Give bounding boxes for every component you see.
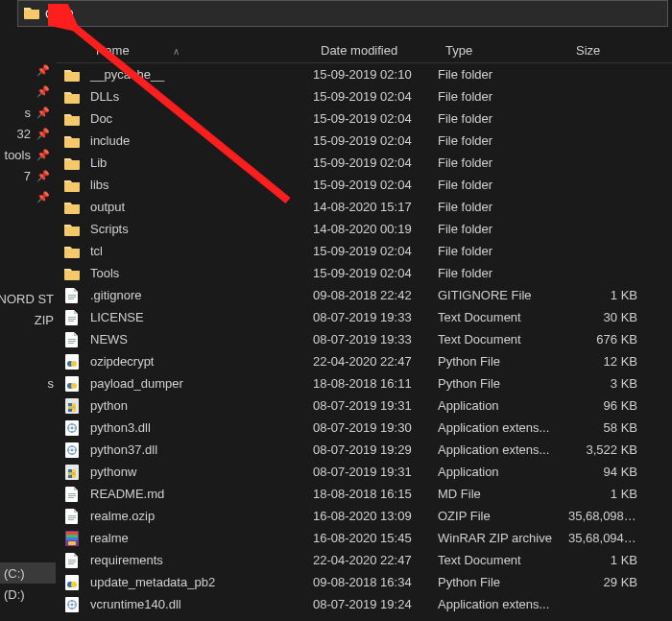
table-row[interactable]: LICENSE08-07-2019 19:33Text Document30 K… [56, 306, 672, 328]
file-name: realme.ozip [88, 509, 313, 523]
svg-rect-24 [68, 495, 76, 496]
file-date: 22-04-2020 22:47 [313, 354, 438, 369]
nav-item[interactable] [0, 478, 56, 499]
quick-access-item[interactable]: 📌 [0, 81, 56, 102]
file-type: GITIGNORE File [438, 288, 568, 302]
quick-access-item[interactable]: 📌 [0, 60, 56, 81]
nav-item[interactable] [0, 415, 56, 436]
file-date: 08-07-2019 19:31 [313, 398, 438, 413]
table-row[interactable]: libs15-09-2019 02:04File folder [56, 174, 672, 196]
nav-item[interactable]: ZIP [0, 309, 56, 330]
file-type: File folder [438, 200, 568, 214]
file-type: Text Document [438, 310, 568, 324]
column-header-type[interactable]: Type [438, 43, 568, 58]
svg-point-21 [71, 448, 74, 451]
nav-item[interactable]: NORD ST [0, 288, 56, 309]
address-input[interactable] [45, 7, 667, 21]
table-row[interactable]: README.md18-08-2018 16:15MD File1 KB [56, 483, 672, 505]
column-header-date[interactable]: Date modified [313, 43, 438, 58]
file-size: 3,522 KB [568, 442, 647, 457]
file-date: 08-07-2019 19:31 [313, 465, 438, 479]
file-name: realme [88, 531, 313, 545]
nav-drive[interactable]: (C:) [0, 562, 56, 584]
quick-access-item[interactable]: 📌 [0, 186, 56, 207]
file-date: 16-08-2020 13:09 [313, 509, 438, 523]
table-row[interactable]: DLLs15-09-2019 02:04File folder [56, 85, 672, 107]
table-row[interactable]: realme16-08-2020 15:45WinRAR ZIP archive… [56, 527, 672, 549]
file-size: 30 KB [568, 310, 647, 324]
file-type: Application extens... [438, 420, 568, 435]
table-row[interactable]: vcruntime140.dll08-07-2019 19:24Applicat… [56, 593, 672, 615]
table-row[interactable]: output14-08-2020 15:17File folder [56, 196, 672, 218]
file-name: NEWS [88, 332, 313, 346]
nav-item[interactable]: s [0, 372, 56, 394]
file-name: output [88, 200, 313, 214]
file-name: Scripts [88, 222, 313, 236]
nav-drive[interactable]: (D:) [0, 584, 56, 605]
table-row[interactable]: Scripts14-08-2020 00:19File folder [56, 218, 672, 240]
file-name: LICENSE [88, 310, 313, 324]
svg-rect-33 [68, 541, 76, 545]
quick-access-item[interactable]: tools📌 [0, 144, 56, 165]
table-row[interactable]: python37.dll08-07-2019 19:29Application … [56, 439, 672, 461]
column-header-name[interactable]: Name∧ [88, 43, 313, 58]
table-row[interactable]: Lib15-09-2019 02:04File folder [56, 152, 672, 174]
table-row[interactable]: Tools15-09-2019 02:04File folder [56, 262, 672, 284]
file-type: File folder [438, 89, 568, 104]
quick-access-item[interactable]: 32📌 [0, 123, 56, 144]
file-name: ozipdecrypt [88, 354, 313, 369]
file-date: 09-08-2018 22:42 [313, 288, 438, 302]
table-row[interactable]: pythonw08-07-2019 19:31Application94 KB [56, 461, 672, 483]
nav-pane[interactable]: 📌📌s📌32📌tools📌7📌📌 NORD STZIPs(C:)(D:) [0, 38, 56, 621]
table-row[interactable]: Doc15-09-2019 02:04File folder [56, 107, 672, 130]
svg-rect-35 [68, 561, 76, 562]
nav-item[interactable] [0, 520, 56, 541]
table-row[interactable]: requirements22-04-2020 22:47Text Documen… [56, 549, 672, 571]
file-name: Tools [88, 266, 313, 280]
dll-icon [56, 420, 88, 436]
pin-icon: 📌 [36, 191, 50, 203]
file-size: 676 KB [568, 332, 647, 346]
file-date: 14-08-2020 00:19 [313, 222, 438, 236]
table-row[interactable]: realme.ozip16-08-2020 13:09OZIP File35,6… [56, 505, 672, 527]
folder-icon [56, 245, 88, 258]
column-header-row: Name∧ Date modified Type Size [56, 38, 672, 63]
table-row[interactable]: tcl15-09-2019 02:04File folder [56, 240, 672, 262]
table-row[interactable]: NEWS08-07-2019 19:33Text Document676 KB [56, 328, 672, 350]
file-icon [56, 288, 88, 303]
nav-item[interactable] [0, 541, 56, 562]
nav-item[interactable] [0, 330, 56, 351]
table-row[interactable]: update_metadata_pb209-08-2018 16:34Pytho… [56, 571, 672, 593]
table-row[interactable]: ozipdecrypt22-04-2020 22:47Python File12… [56, 350, 672, 372]
file-date: 15-09-2019 02:04 [313, 178, 438, 192]
table-row[interactable]: __pycache__15-09-2019 02:10File folder [56, 63, 672, 85]
file-type: File folder [438, 67, 568, 82]
nav-item[interactable] [0, 457, 56, 478]
svg-point-42 [71, 603, 74, 606]
file-date: 15-09-2019 02:04 [313, 133, 438, 148]
nav-item[interactable] [0, 499, 56, 520]
file-date: 08-07-2019 19:30 [313, 420, 438, 435]
svg-rect-28 [68, 519, 74, 520]
table-row[interactable]: .gitignore09-08-2018 22:42GITIGNORE File… [56, 284, 672, 306]
table-row[interactable]: python3.dll08-07-2019 19:30Application e… [56, 417, 672, 439]
file-date: 08-07-2019 19:24 [313, 597, 438, 611]
file-type: Text Document [438, 553, 568, 567]
column-header-size[interactable]: Size [568, 43, 647, 58]
table-row[interactable]: payload_dumper18-08-2018 16:11Python Fil… [56, 372, 672, 394]
folder-icon [56, 223, 88, 236]
quick-access-item[interactable]: 7📌 [0, 165, 56, 186]
quick-access-item[interactable] [0, 38, 56, 60]
nav-item[interactable] [0, 351, 56, 372]
address-bar[interactable] [17, 0, 668, 27]
file-name: .gitignore [88, 288, 313, 302]
nav-item[interactable] [0, 394, 56, 415]
nav-item[interactable] [0, 436, 56, 457]
quick-access-item[interactable]: s📌 [0, 102, 56, 123]
file-name: include [88, 133, 313, 148]
table-row[interactable]: python08-07-2019 19:31Application96 KB [56, 394, 672, 417]
table-row[interactable]: include15-09-2019 02:04File folder [56, 130, 672, 152]
svg-rect-4 [68, 319, 76, 320]
folder-icon [56, 179, 88, 192]
file-type: Python File [438, 575, 568, 589]
